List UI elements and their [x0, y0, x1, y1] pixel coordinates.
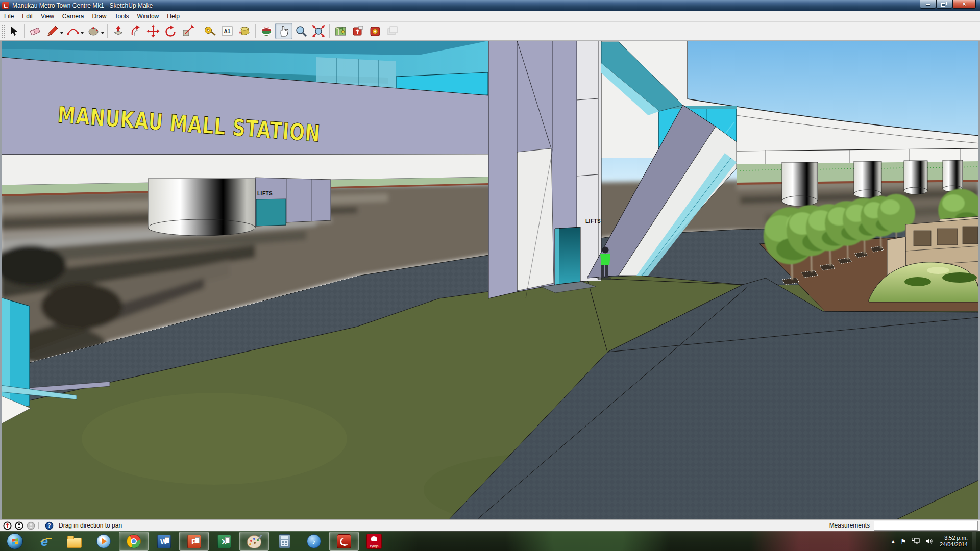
share-model-button[interactable] — [349, 23, 366, 39]
geolocation-icon[interactable] — [3, 521, 12, 530]
window-title: Manukau Metro Town Centre Mk1 - SketchUp… — [12, 2, 153, 9]
zoom-extents-button[interactable] — [310, 23, 327, 39]
taskbar-excel[interactable]: X — [210, 532, 238, 550]
send-to-layout-button[interactable] — [384, 23, 401, 39]
pan-tool-button[interactable] — [275, 23, 292, 39]
hidden-icons-button[interactable]: ▲ — [891, 539, 895, 544]
system-tray: ▲ ⚑ 3:52 p.m. 24/04/2014 — [888, 532, 976, 551]
taskbar-calculator[interactable] — [270, 532, 299, 550]
taskbar-zynga[interactable]: zynga — [360, 532, 388, 550]
taskbar-media-player[interactable] — [89, 532, 118, 550]
pan-hand-icon — [277, 24, 290, 38]
orbit-icon — [260, 24, 273, 38]
shapes-tool-button[interactable] — [85, 23, 102, 39]
push-pull-icon — [112, 24, 125, 38]
tape-measure-icon — [203, 24, 216, 38]
menu-help[interactable]: Help — [163, 12, 184, 21]
rotate-tool-button[interactable] — [162, 23, 179, 39]
minimize-icon — [926, 4, 930, 5]
line-tool-button[interactable] — [44, 23, 61, 39]
svg-text:?: ? — [47, 523, 51, 529]
minimize-button[interactable] — [920, 0, 936, 9]
arc-tool-dropdown[interactable] — [81, 32, 84, 36]
taskbar-paint[interactable] — [239, 532, 269, 551]
scene-3d: MANUKAU MALL STATION LIFTS — [2, 41, 978, 519]
zoom-extents-icon — [312, 24, 325, 38]
status-bar: ? Drag in direction to pan Measurements — [0, 519, 980, 531]
menu-view[interactable]: View — [37, 12, 58, 21]
share-model-icon — [351, 24, 364, 38]
shapes-tool-dropdown[interactable] — [101, 32, 104, 36]
get-models-button[interactable] — [332, 23, 349, 39]
taskbar-chrome[interactable] — [119, 532, 149, 551]
paint-bucket-tool-button[interactable] — [236, 23, 253, 39]
tape-measure-tool-button[interactable] — [201, 23, 218, 39]
status-hint: Drag in direction to pan — [59, 522, 122, 529]
extension-warehouse-button[interactable] — [366, 23, 384, 39]
pillar — [782, 162, 818, 206]
network-icon[interactable] — [912, 538, 920, 545]
menu-window[interactable]: Window — [133, 12, 163, 21]
help-icon[interactable]: ? — [45, 521, 54, 530]
internet-explorer-icon: e — [41, 535, 48, 548]
excel-icon: X — [217, 535, 231, 548]
station-band: MANUKAU MALL STATION — [2, 41, 488, 196]
close-button[interactable]: × — [952, 0, 976, 9]
offset-tool-button[interactable] — [127, 23, 144, 39]
credits-icon[interactable] — [15, 521, 23, 530]
taskbar-sketchup[interactable] — [329, 532, 359, 551]
pillar — [904, 161, 927, 194]
pencil-icon — [46, 24, 59, 38]
menu-draw[interactable]: Draw — [88, 12, 111, 21]
select-tool-button[interactable] — [5, 23, 22, 39]
pillar — [854, 161, 881, 198]
line-tool-dropdown[interactable] — [60, 32, 63, 36]
measurements-input[interactable] — [874, 521, 978, 531]
orbit-tool-button[interactable] — [258, 23, 275, 39]
tray-date: 24/04/2014 — [940, 541, 968, 548]
shapes-icon — [87, 24, 100, 38]
zoom-tool-button[interactable] — [292, 23, 310, 39]
taskbar-windows-explorer[interactable] — [60, 532, 88, 550]
scale-tool-button[interactable] — [179, 23, 197, 39]
lifts-label-left: LIFTS — [257, 191, 273, 196]
restore-button[interactable] — [936, 0, 952, 9]
menu-edit[interactable]: Edit — [18, 12, 37, 21]
taskbar-powerpoint[interactable]: P — [179, 532, 209, 551]
folder-icon — [67, 538, 82, 548]
text-tool-icon: A1 — [220, 24, 234, 38]
extension-warehouse-icon — [369, 24, 382, 38]
show-desktop-button[interactable] — [972, 532, 976, 551]
powerpoint-icon: P — [187, 535, 201, 548]
arc-tool-button[interactable] — [64, 23, 82, 39]
taskbar-word[interactable]: W — [150, 532, 178, 550]
windows-start-icon — [7, 533, 23, 549]
menu-tools[interactable]: Tools — [111, 12, 133, 21]
sketchup-app-icon — [2, 2, 9, 9]
paint-icon — [247, 535, 261, 548]
offset-icon — [129, 24, 142, 38]
menu-file[interactable]: File — [0, 12, 18, 21]
scale-icon — [181, 24, 194, 38]
push-pull-tool-button[interactable] — [110, 23, 127, 39]
sketchup-taskbar-icon — [337, 534, 351, 548]
word-icon: W — [157, 535, 171, 548]
paint-bucket-icon — [238, 24, 251, 38]
move-tool-button[interactable] — [144, 23, 162, 39]
menu-camera[interactable]: Camera — [58, 12, 88, 21]
title-bar: Manukau Metro Town Centre Mk1 - SketchUp… — [0, 0, 980, 11]
start-button[interactable] — [1, 532, 29, 550]
media-player-icon — [96, 534, 111, 548]
tray-clock[interactable]: 3:52 p.m. 24/04/2014 — [940, 535, 968, 548]
text-tool-button[interactable]: A1 — [218, 23, 236, 39]
get-models-icon — [334, 24, 347, 38]
volume-icon[interactable] — [925, 538, 933, 545]
action-center-icon[interactable]: ⚑ — [900, 538, 906, 545]
taskbar: e W P X ♪ zynga ▲ ⚑ 3:52 p.m. 24/04/2014 — [0, 531, 980, 551]
taskbar-itunes[interactable]: ♪ — [300, 532, 328, 550]
taskbar-internet-explorer[interactable]: e — [30, 532, 59, 550]
sign-in-user-icon[interactable] — [27, 521, 35, 530]
sketchup-window: Manukau Metro Town Centre Mk1 - SketchUp… — [0, 0, 980, 551]
model-viewport[interactable]: MANUKAU MALL STATION LIFTS — [0, 41, 980, 519]
eraser-tool-button[interactable] — [27, 23, 44, 39]
